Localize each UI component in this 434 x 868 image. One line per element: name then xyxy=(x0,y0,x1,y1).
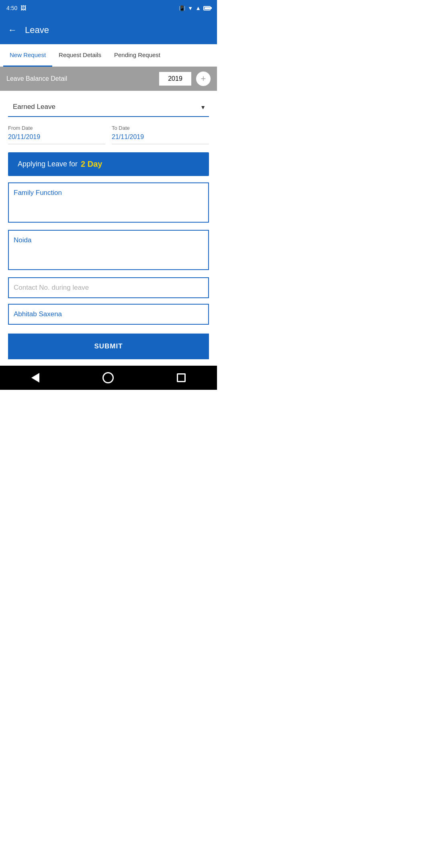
vibrate-icon: 📳 xyxy=(179,5,185,11)
signal-icon: ▼ xyxy=(188,5,193,11)
status-left: 4:50 🖼 xyxy=(6,5,26,11)
reporting-person-input[interactable] xyxy=(8,304,209,325)
balance-label: Leave Balance Detail xyxy=(6,75,67,82)
battery-icon xyxy=(203,6,211,10)
year-input[interactable] xyxy=(159,72,191,86)
photo-icon: 🖼 xyxy=(20,5,26,11)
time-display: 4:50 xyxy=(6,5,17,11)
balance-bar: Leave Balance Detail + xyxy=(0,67,217,91)
leave-type-container: Earned Leave Casual Leave Sick Leave ▼ xyxy=(8,97,209,117)
from-date-field: From Date 20/11/2019 xyxy=(8,125,105,144)
home-nav-icon xyxy=(102,372,114,383)
applying-leave-text: Applying Leave for xyxy=(18,160,78,168)
bottom-nav xyxy=(0,366,217,390)
add-button[interactable]: + xyxy=(196,72,211,86)
top-bar: ← Leave xyxy=(0,16,217,44)
from-date-value[interactable]: 20/11/2019 xyxy=(8,133,105,144)
status-right: 📳 ▼ ▲ xyxy=(179,5,211,11)
back-button[interactable]: ← xyxy=(6,23,18,37)
tab-new-request[interactable]: New Request xyxy=(3,44,52,67)
back-nav-icon xyxy=(31,373,39,383)
to-date-field: To Date 21/11/2019 xyxy=(112,125,209,144)
address-textarea[interactable]: Noida xyxy=(8,230,209,270)
tabs-container: New Request Request Details Pending Requ… xyxy=(0,44,217,67)
reason-textarea[interactable]: Family Function xyxy=(8,182,209,223)
balance-right: + xyxy=(159,72,211,86)
submit-button[interactable]: SUBMIT xyxy=(8,334,209,359)
applying-banner: Applying Leave for 2 Day xyxy=(8,152,209,176)
to-date-value[interactable]: 21/11/2019 xyxy=(112,133,209,144)
recent-nav-icon xyxy=(177,373,186,382)
wifi-icon: ▲ xyxy=(195,5,201,11)
from-date-label: From Date xyxy=(8,125,105,131)
page-title: Leave xyxy=(25,25,49,35)
leave-type-dropdown[interactable]: Earned Leave Casual Leave Sick Leave xyxy=(8,97,209,117)
contact-input[interactable] xyxy=(8,277,209,298)
nav-back-button[interactable] xyxy=(28,370,43,386)
to-date-label: To Date xyxy=(112,125,209,131)
form-area: Earned Leave Casual Leave Sick Leave ▼ F… xyxy=(0,91,217,366)
nav-recent-button[interactable] xyxy=(174,370,189,385)
date-row: From Date 20/11/2019 To Date 21/11/2019 xyxy=(8,125,209,144)
applying-days: 2 Day xyxy=(81,160,102,169)
nav-home-button[interactable] xyxy=(99,369,117,387)
tab-pending-request[interactable]: Pending Request xyxy=(108,44,167,67)
status-bar: 4:50 🖼 📳 ▼ ▲ xyxy=(0,0,217,16)
tab-request-details[interactable]: Request Details xyxy=(52,44,108,67)
